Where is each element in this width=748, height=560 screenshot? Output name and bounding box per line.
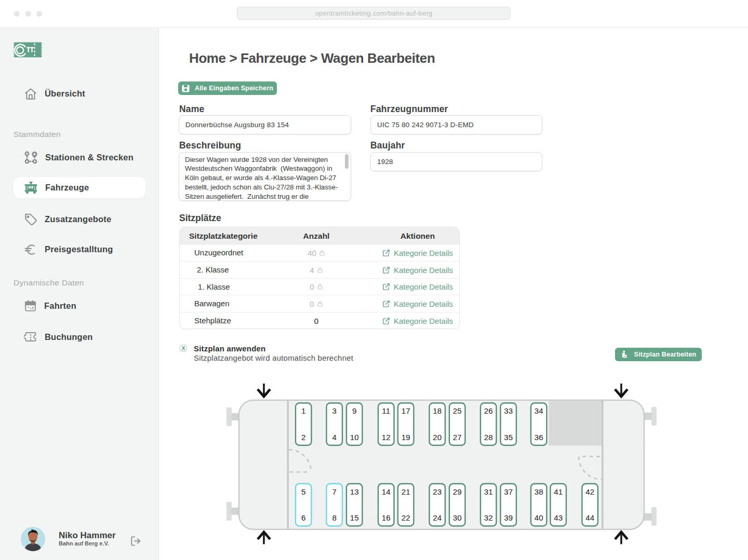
svg-text:22: 22 <box>402 513 410 522</box>
svg-text:5: 5 <box>301 487 305 496</box>
svg-text:34: 34 <box>535 406 543 415</box>
svg-text:17: 17 <box>402 406 410 415</box>
svg-text:14: 14 <box>382 487 391 496</box>
svg-text:25: 25 <box>453 406 462 415</box>
svg-text:43: 43 <box>554 513 563 522</box>
svg-text:21: 21 <box>402 487 410 496</box>
svg-text:9: 9 <box>352 406 356 415</box>
svg-text:26: 26 <box>484 406 493 415</box>
svg-text:39: 39 <box>504 513 513 522</box>
svg-text:15: 15 <box>350 513 359 522</box>
svg-text:3: 3 <box>332 406 337 415</box>
svg-text:32: 32 <box>484 513 493 522</box>
svg-text:33: 33 <box>504 406 513 415</box>
svg-text:35: 35 <box>504 433 513 442</box>
svg-text:11: 11 <box>382 406 390 415</box>
svg-text:4: 4 <box>332 433 337 442</box>
svg-text:42: 42 <box>585 487 594 496</box>
svg-text:31: 31 <box>484 487 493 496</box>
svg-text:16: 16 <box>382 513 391 522</box>
svg-text:44: 44 <box>585 513 594 522</box>
svg-text:37: 37 <box>504 487 513 496</box>
svg-text:20: 20 <box>433 433 442 442</box>
svg-text:8: 8 <box>332 513 337 522</box>
svg-text:29: 29 <box>453 487 462 496</box>
svg-text:2: 2 <box>301 433 305 442</box>
svg-text:7: 7 <box>332 487 337 496</box>
svg-text:41: 41 <box>554 487 563 496</box>
svg-text:12: 12 <box>382 433 391 442</box>
svg-text:13: 13 <box>350 487 359 496</box>
svg-text:24: 24 <box>433 513 442 522</box>
svg-text:6: 6 <box>301 513 305 522</box>
svg-text:23: 23 <box>433 487 442 496</box>
svg-text:40: 40 <box>535 513 543 522</box>
svg-text:1: 1 <box>301 406 305 415</box>
svg-text:18: 18 <box>433 406 442 415</box>
svg-text:27: 27 <box>453 433 462 442</box>
svg-text:36: 36 <box>535 433 543 442</box>
svg-text:28: 28 <box>484 433 493 442</box>
svg-text:30: 30 <box>453 513 462 522</box>
svg-text:38: 38 <box>535 487 543 496</box>
svg-text:10: 10 <box>350 433 359 442</box>
svg-text:19: 19 <box>402 433 410 442</box>
